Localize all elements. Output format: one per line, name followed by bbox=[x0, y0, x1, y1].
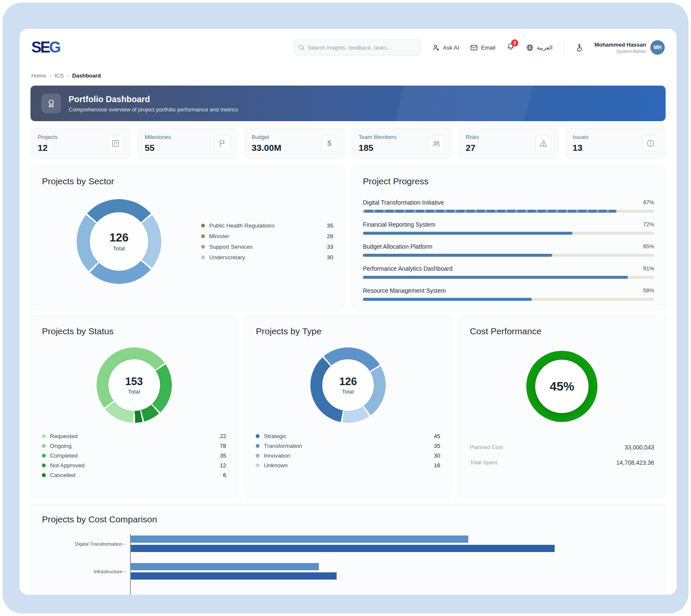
breadcrumb-item-home[interactable]: Home bbox=[31, 72, 46, 79]
bar bbox=[130, 536, 468, 543]
page-banner: Portfolio Dashboard Comprehensive overvi… bbox=[30, 86, 666, 121]
stat-value: 33.00M bbox=[252, 143, 281, 153]
email-label: Email bbox=[481, 44, 495, 51]
stat-label: Budget bbox=[252, 134, 281, 140]
progress-row: Resource Management System58% bbox=[363, 287, 654, 301]
search-input[interactable] bbox=[294, 39, 421, 55]
donut-total-label: Total bbox=[113, 246, 125, 252]
progress-row: Digital Transformation Initiative87% bbox=[363, 199, 654, 213]
stats-row: Projects 12 Milestones 55 Budget 33.00M … bbox=[30, 128, 666, 159]
legend-label: Innovation bbox=[264, 452, 434, 459]
cost-percent: 45% bbox=[550, 380, 574, 394]
legend-label: Requested bbox=[50, 433, 220, 439]
header: SEG Ask AI Email 3 العربية bbox=[19, 29, 677, 66]
kanban-icon bbox=[111, 139, 120, 148]
user-name: Mohammed Hassan bbox=[594, 42, 646, 48]
device-frame: SEG Ask AI Email 3 العربية bbox=[3, 3, 688, 613]
progress-percent: 65% bbox=[643, 243, 654, 250]
stat-card-team-members: Team Members 185 bbox=[351, 128, 452, 159]
progress-track bbox=[363, 232, 654, 235]
legend-value: 12 bbox=[220, 462, 226, 469]
legend-item: Innovation30 bbox=[256, 452, 440, 459]
progress-label: Performance Analytics Dashboard bbox=[363, 265, 453, 272]
stat-label: Team Members bbox=[359, 134, 397, 140]
legend-value: 78 bbox=[220, 443, 226, 449]
language-switcher[interactable]: العربية bbox=[526, 44, 553, 52]
legend-label: Not Approved bbox=[50, 462, 220, 469]
legend-label: Cancelled bbox=[50, 472, 223, 478]
search-icon bbox=[298, 44, 305, 51]
stat-card-issues: Issues 13 bbox=[565, 128, 666, 159]
user-profile-text: Mohammed Hassan System Admin bbox=[594, 42, 646, 54]
user-role: System Admin bbox=[594, 49, 646, 54]
stat-card-milestones: Milestones 55 bbox=[138, 128, 238, 159]
breadcrumb: Home › ICS › Dashboard bbox=[19, 66, 677, 85]
accessibility-button[interactable] bbox=[575, 43, 583, 52]
bar-group: Infrastructure bbox=[42, 563, 654, 580]
page-title: Portfolio Dashboard bbox=[69, 94, 238, 104]
progress-percent: 87% bbox=[643, 199, 654, 206]
cost-gauge-center: 45% bbox=[535, 360, 589, 413]
flag-icon bbox=[218, 139, 227, 148]
stat-icon-box bbox=[108, 136, 124, 152]
legend-value: 30 bbox=[434, 452, 440, 459]
sector-donut-wrap: 126 Total bbox=[77, 199, 161, 284]
breadcrumb-item-dashboard: Dashboard bbox=[72, 72, 101, 79]
alert-circle-icon bbox=[646, 139, 655, 148]
ask-ai-button[interactable]: Ask AI bbox=[432, 44, 459, 52]
charts-row-2: Projects by Status 153 Total Requested22… bbox=[30, 316, 666, 498]
user-profile[interactable]: Mohammed Hassan System Admin MH bbox=[594, 40, 665, 55]
email-button[interactable]: Email bbox=[470, 44, 495, 52]
cost-gauge-wrap: 45% bbox=[470, 351, 654, 422]
progress-fill bbox=[363, 298, 532, 301]
progress-row: Financial Reporting System72% bbox=[363, 221, 654, 235]
chart-title: Projects by Type bbox=[256, 326, 440, 336]
legend-label: Unknown bbox=[264, 462, 434, 469]
search-box bbox=[294, 39, 421, 55]
legend-value: 35 bbox=[434, 443, 440, 449]
legend-label: Transformation bbox=[264, 443, 434, 449]
stat-value: 27 bbox=[466, 143, 479, 153]
progress-track bbox=[363, 276, 654, 279]
cost-detail-row: Total Spent 14,708,423.36 bbox=[470, 459, 654, 466]
stat-card-risks: Risks 27 bbox=[459, 128, 559, 159]
sector-donut-chart: 126 Total bbox=[77, 199, 161, 284]
chart-title: Cost Performance bbox=[470, 326, 654, 336]
breadcrumb-separator: › bbox=[67, 72, 69, 78]
legend-label: Public Health Regulations bbox=[209, 222, 327, 229]
chart-title: Project Progress bbox=[363, 176, 654, 186]
legend-item: Underscretary30 bbox=[201, 254, 333, 261]
ask-ai-icon bbox=[432, 44, 440, 52]
stat-value: 185 bbox=[359, 143, 397, 153]
cost-gauge-ring: 45% bbox=[526, 351, 597, 422]
chart-title: Projects by Status bbox=[42, 326, 226, 336]
notification-bell-button[interactable]: 3 bbox=[506, 42, 515, 53]
legend-dot-icon bbox=[42, 463, 46, 467]
donut-center: 153 Total bbox=[108, 359, 160, 411]
legend-dot-icon bbox=[256, 444, 260, 448]
accessibility-icon bbox=[575, 43, 583, 52]
app-logo-text: SEG bbox=[31, 39, 60, 56]
legend-item: Strategic45 bbox=[256, 433, 440, 439]
cost-comparison-card: Projects by Cost Comparison Digital Tran… bbox=[30, 504, 666, 595]
app-logo[interactable]: SEG bbox=[31, 39, 60, 56]
breadcrumb-item-ics[interactable]: ICS bbox=[55, 72, 64, 79]
legend-item: Minister28 bbox=[201, 233, 333, 239]
notification-badge: 3 bbox=[511, 39, 518, 47]
breadcrumb-separator: › bbox=[50, 72, 51, 78]
status-donut-wrap: 153 Total bbox=[42, 347, 226, 423]
progress-fill bbox=[363, 210, 616, 213]
stat-value: 13 bbox=[572, 143, 589, 153]
projects-by-type-card: Projects by Type 126 Total Strategic45Tr… bbox=[244, 316, 451, 498]
people-icon bbox=[432, 139, 441, 148]
bar bbox=[130, 563, 319, 570]
bar-group: Digital Transformation bbox=[42, 536, 654, 552]
legend-value: 28 bbox=[327, 233, 333, 239]
legend-item: Cancelled6 bbox=[42, 472, 226, 478]
legend-dot-icon bbox=[42, 434, 46, 438]
legend-dot-icon bbox=[201, 224, 205, 228]
progress-label: Digital Transformation Initiative bbox=[363, 199, 444, 206]
legend-label: Strategic bbox=[264, 433, 434, 439]
projects-by-sector-card: Projects by Sector 126 Total Public Heal… bbox=[30, 166, 345, 310]
progress-fill bbox=[363, 254, 552, 257]
